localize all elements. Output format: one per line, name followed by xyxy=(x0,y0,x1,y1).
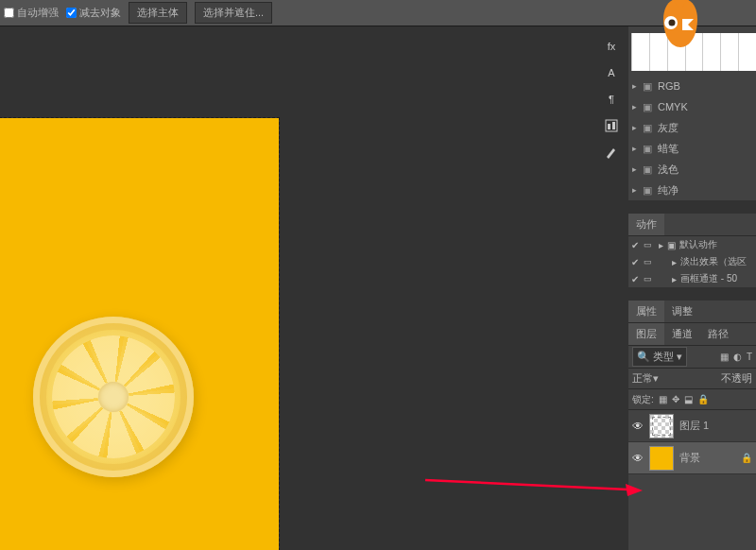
paragraph-panel-icon[interactable]: ¶ xyxy=(598,87,625,112)
select-subject-button[interactable]: 选择主体 xyxy=(129,2,187,24)
swatch-group-light[interactable]: ▸▣浅色 xyxy=(628,159,756,180)
swatch-label: 蜡笔 xyxy=(658,142,679,156)
options-bar: 自动增强 减去对象 选择主体 选择并遮住... xyxy=(0,0,756,26)
blend-mode-row: 正常▾ 不透明 xyxy=(628,369,756,389)
action-label: 默认动作 xyxy=(679,238,717,251)
layer-filter-select[interactable]: 🔍类型▾ xyxy=(632,347,687,367)
swatch-label: 灰度 xyxy=(658,121,679,135)
folder-icon: ▣ xyxy=(667,240,676,250)
dialog-toggle-icon[interactable]: ▭ xyxy=(644,257,655,266)
layer-item-layer1[interactable]: 👁 图层 1 xyxy=(628,410,756,442)
expand-icon: ▸ xyxy=(632,123,637,132)
folder-icon: ▣ xyxy=(643,184,652,197)
expand-icon: ▸ xyxy=(632,185,637,195)
action-label: 淡出效果（选区 xyxy=(680,255,747,268)
expand-icon: ▸ xyxy=(659,240,663,250)
check-icon: ✔ xyxy=(630,257,640,267)
expand-icon: ▸ xyxy=(632,164,637,174)
swatch-group-cmyk[interactable]: ▸▣CMYK xyxy=(628,96,756,117)
document-canvas[interactable] xyxy=(0,118,279,550)
layer-thumbnail[interactable] xyxy=(649,414,674,438)
chevron-down-icon: ▾ xyxy=(653,372,659,384)
folder-icon: ▣ xyxy=(643,101,652,113)
expand-icon: ▸ xyxy=(632,144,637,153)
swatches-panel: ▸▣RGB ▸▣CMYK ▸▣灰度 ▸▣蜡笔 ▸▣浅色 ▸▣纯净 xyxy=(628,76,756,200)
app-logo-overlay xyxy=(650,0,711,59)
action-item-default[interactable]: ✔▭▸▣默认动作 xyxy=(628,236,756,253)
filter-type-icon[interactable]: T xyxy=(747,352,752,362)
actions-list: ✔▭▸▣默认动作 ✔▭▸淡出效果（选区 ✔▭▸画框通道 - 50 xyxy=(628,236,756,287)
tab-properties[interactable]: 属性 xyxy=(628,301,664,322)
lock-position-icon[interactable]: ✥ xyxy=(672,394,679,404)
filter-image-icon[interactable]: ▦ xyxy=(720,352,729,362)
blend-mode-select[interactable]: 正常▾ xyxy=(632,371,715,386)
tab-actions[interactable]: 动作 xyxy=(628,214,664,235)
expand-icon: ▸ xyxy=(672,257,677,267)
swatch-label: RGB xyxy=(658,80,680,92)
svg-rect-0 xyxy=(606,120,617,131)
layer-item-background[interactable]: 👁 背景 🔒 xyxy=(628,442,756,474)
dialog-toggle-icon[interactable]: ▭ xyxy=(644,240,655,249)
right-panel-stack: ▸▣RGB ▸▣CMYK ▸▣灰度 ▸▣蜡笔 ▸▣浅色 ▸▣纯净 动作 ✔▭▸▣… xyxy=(628,26,756,550)
check-icon: ✔ xyxy=(630,240,640,250)
swatch-group-pure[interactable]: ▸▣纯净 xyxy=(628,180,756,200)
brush-panel-icon[interactable] xyxy=(598,140,625,164)
layers-panel-tabs: 图层 通道 路径 xyxy=(628,323,756,346)
tab-paths[interactable]: 路径 xyxy=(700,323,736,345)
lock-all-icon[interactable]: 🔒 xyxy=(697,394,709,404)
swatch-label: 浅色 xyxy=(658,163,679,177)
chevron-down-icon: ▾ xyxy=(677,351,682,363)
swatch-group-pastel[interactable]: ▸▣蜡笔 xyxy=(628,138,756,159)
layer-filter-bar: 🔍类型▾ ▦ ◐ T xyxy=(628,346,756,369)
actions-panel-tabs: 动作 xyxy=(628,214,756,236)
check-icon: ✔ xyxy=(630,274,640,284)
folder-icon: ▣ xyxy=(643,122,652,134)
tab-channels[interactable]: 通道 xyxy=(664,323,700,345)
dialog-toggle-icon[interactable]: ▭ xyxy=(644,274,655,284)
folder-icon: ▣ xyxy=(643,80,652,93)
panel-dock-icons: fx A ¶ xyxy=(598,34,627,164)
subtract-object-checkbox[interactable]: 减去对象 xyxy=(66,6,121,20)
folder-icon: ▣ xyxy=(643,163,652,176)
swatch-label: CMYK xyxy=(658,101,688,112)
swatch-label: 纯净 xyxy=(658,183,679,198)
action-item-frame[interactable]: ✔▭▸画框通道 - 50 xyxy=(628,270,756,287)
lemon-slice-image xyxy=(33,317,194,477)
expand-icon: ▸ xyxy=(632,102,637,112)
auto-enhance-checkbox[interactable]: 自动增强 xyxy=(4,6,59,20)
expand-icon: ▸ xyxy=(632,81,637,91)
swatch-group-rgb[interactable]: ▸▣RGB xyxy=(628,76,756,96)
lock-row: 锁定: ▦ ✥ ⬓ 🔒 xyxy=(628,389,756,410)
visibility-toggle-icon[interactable]: 👁 xyxy=(632,420,644,433)
select-and-mask-button[interactable]: 选择并遮住... xyxy=(195,2,272,24)
layer-name: 背景 xyxy=(679,451,700,465)
layer-name: 图层 1 xyxy=(679,419,709,433)
lock-pixels-icon[interactable]: ▦ xyxy=(659,394,667,404)
tab-layers[interactable]: 图层 xyxy=(628,323,664,345)
layer-thumbnail[interactable] xyxy=(649,446,674,471)
lock-artboard-icon[interactable]: ⬓ xyxy=(684,394,693,404)
svg-point-2 xyxy=(669,20,676,26)
auto-enhance-label: 自动增强 xyxy=(17,6,59,20)
swatch-group-gray[interactable]: ▸▣灰度 xyxy=(628,117,756,138)
action-item-fade[interactable]: ✔▭▸淡出效果（选区 xyxy=(628,253,756,270)
subtract-object-label: 减去对象 xyxy=(79,6,121,20)
visibility-toggle-icon[interactable]: 👁 xyxy=(632,452,644,465)
opacity-label: 不透明 xyxy=(721,371,752,386)
properties-panel-tabs: 属性 调整 xyxy=(628,301,756,323)
search-icon: 🔍 xyxy=(637,351,650,363)
text-panel-icon[interactable]: A xyxy=(598,60,625,85)
expand-icon: ▸ xyxy=(672,274,677,284)
info-panel-icon[interactable] xyxy=(598,113,625,138)
filter-adjustment-icon[interactable]: ◐ xyxy=(733,352,742,362)
canvas-area[interactable] xyxy=(0,26,593,550)
action-label: 画框通道 - 50 xyxy=(680,272,737,285)
lock-label: 锁定: xyxy=(632,393,654,406)
lock-icon: 🔒 xyxy=(741,453,752,463)
tab-adjustments[interactable]: 调整 xyxy=(664,301,700,322)
fx-icon[interactable]: fx xyxy=(598,34,625,59)
folder-icon: ▣ xyxy=(643,143,652,155)
